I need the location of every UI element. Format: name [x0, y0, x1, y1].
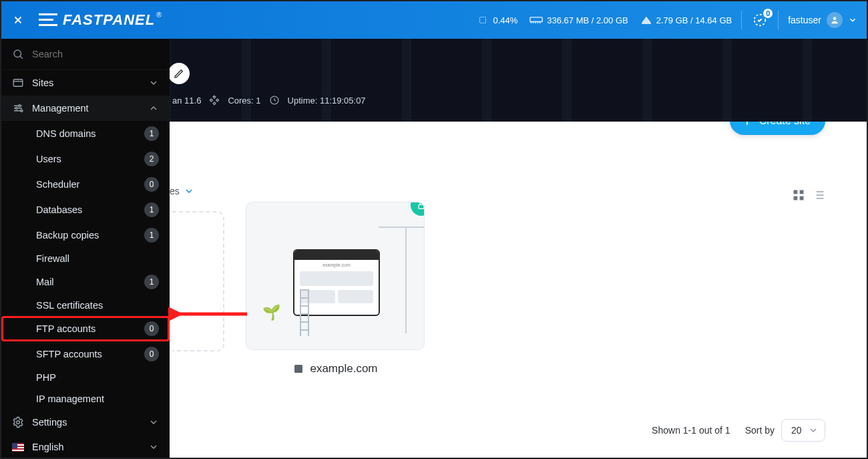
- svg-rect-0: [480, 17, 486, 23]
- ssl-badge: [411, 202, 425, 216]
- sidebar-item-ftp-accounts[interactable]: FTP accounts0: [1, 316, 170, 341]
- svg-point-13: [19, 105, 21, 107]
- shown-text: Shown 1-1 out of 1: [652, 425, 730, 436]
- sidebar-item-users[interactable]: Users2: [1, 146, 170, 172]
- svg-rect-8: [800, 196, 804, 200]
- svg-rect-10: [294, 365, 302, 373]
- user-menu[interactable]: fastuser: [788, 12, 857, 28]
- sidebar-group-management[interactable]: Management: [1, 96, 170, 121]
- list-view-button[interactable]: [812, 188, 825, 204]
- sort-control: Sort by 20: [745, 419, 825, 442]
- notifications-button[interactable]: 0: [751, 11, 769, 29]
- page-size-select[interactable]: 20: [781, 419, 825, 442]
- grid-view-button[interactable]: [792, 188, 805, 204]
- thumb-url: example.com: [294, 263, 379, 267]
- management-label: Management: [32, 103, 89, 114]
- disk-stat[interactable]: 2.79 GB / 14.64 GB: [640, 14, 732, 26]
- lock-icon: [416, 202, 425, 210]
- header-divider: [741, 11, 742, 29]
- uptime-text: Uptime: 11:19:05:07: [288, 96, 366, 106]
- pencil-icon: [174, 68, 184, 79]
- disk-value: 2.79 GB / 14.64 GB: [656, 15, 732, 25]
- sidebar-language[interactable]: English: [1, 435, 170, 459]
- search-input[interactable]: [32, 49, 159, 59]
- sidebar-group-sites[interactable]: Sites: [1, 70, 170, 96]
- registered-mark: ®: [156, 11, 162, 19]
- product-name: FASTPANEL: [63, 11, 155, 29]
- ram-icon: [529, 15, 543, 25]
- chevron-down-icon: [148, 417, 159, 428]
- sidebar-item-count: 1: [144, 228, 159, 243]
- ghost-card: [172, 211, 224, 351]
- ladder-illustration: [300, 289, 309, 336]
- sidebar-item-firewall[interactable]: Firewall: [1, 248, 170, 269]
- svg-point-11: [14, 50, 21, 57]
- earth-icon: [292, 363, 304, 375]
- sidebar-item-label: DNS domains: [36, 128, 95, 139]
- sidebar-item-dns-domains[interactable]: DNS domains1: [1, 121, 170, 146]
- sidebar-search[interactable]: [1, 39, 170, 70]
- sidebar-item-php[interactable]: PHP: [1, 367, 170, 388]
- sidebar-item-count: 0: [144, 321, 159, 336]
- ram-value: 336.67 MB / 2.00 GB: [547, 15, 628, 25]
- annotation-arrow: [168, 307, 248, 321]
- filter-dropdown[interactable]: es: [170, 186, 194, 196]
- svg-rect-12: [13, 80, 23, 87]
- logo-bars-icon: [39, 13, 57, 27]
- sidebar-item-databases[interactable]: Databases1: [1, 197, 170, 222]
- cpu-stat[interactable]: 0.44%: [477, 14, 517, 26]
- sidebar-item-scheduler[interactable]: Scheduler0: [1, 172, 170, 197]
- top-bar: FASTPANEL® 0.44% 336.67 MB / 2.00 GB 2.7…: [1, 1, 867, 39]
- close-sidebar-button[interactable]: [11, 13, 25, 27]
- svg-rect-7: [794, 196, 798, 200]
- chevron-down-icon: [848, 15, 857, 25]
- sliders-icon: [12, 102, 24, 114]
- language-label: English: [32, 442, 64, 452]
- sidebar-item-label: SSL certificates: [36, 300, 103, 311]
- svg-point-16: [17, 421, 20, 424]
- ram-stat[interactable]: 336.67 MB / 2.00 GB: [529, 15, 628, 25]
- sidebar-item-count: 2: [144, 152, 159, 166]
- sites-label: Sites: [32, 78, 53, 88]
- disk-icon: [640, 14, 652, 26]
- cores-text: Cores: 1: [228, 96, 260, 106]
- site-card[interactable]: example.com example.com: [246, 202, 425, 375]
- sidebar-item-ip-management[interactable]: IP management: [1, 388, 170, 410]
- chevron-up-icon: [148, 103, 159, 114]
- cores-icon: [209, 95, 220, 106]
- sidebar: Sites Management DNS domains1Users2Sched…: [1, 39, 170, 458]
- svg-rect-1: [530, 17, 542, 22]
- sidebar-item-label: PHP: [36, 372, 56, 383]
- window-icon: [12, 77, 24, 89]
- chevron-down-icon: [148, 78, 159, 88]
- svg-point-14: [15, 108, 17, 110]
- grid-icon: [792, 188, 805, 202]
- flag-us-icon: [12, 443, 24, 452]
- search-icon: [12, 48, 24, 60]
- sidebar-item-label: FTP accounts: [36, 323, 95, 334]
- sidebar-group-settings[interactable]: Settings: [1, 410, 170, 435]
- sidebar-item-ssl-certificates[interactable]: SSL certificates: [1, 295, 170, 316]
- chevron-down-icon: [184, 186, 194, 196]
- close-icon: [12, 14, 24, 26]
- plant-illustration: [262, 304, 281, 335]
- sidebar-item-label: SFTP accounts: [36, 349, 102, 359]
- management-sublist: DNS domains1Users2Scheduler0Databases1Ba…: [1, 121, 170, 410]
- sidebar-item-label: IP management: [36, 394, 104, 404]
- site-name-row: example.com: [246, 362, 425, 375]
- site-name: example.com: [310, 362, 377, 375]
- sidebar-item-sftp-accounts[interactable]: SFTP accounts0: [1, 341, 170, 367]
- sidebar-item-count: 1: [144, 126, 159, 141]
- header-divider-2: [778, 11, 779, 29]
- sidebar-item-backup-copies[interactable]: Backup copies1: [1, 222, 170, 248]
- sidebar-item-mail[interactable]: Mail1: [1, 269, 170, 295]
- sidebar-item-label: Firewall: [36, 253, 69, 264]
- sidebar-item-label: Mail: [36, 277, 54, 287]
- server-meta: an 11.6 Cores: 1 Uptime: 11:19:05:07: [172, 95, 366, 106]
- edit-server-button[interactable]: [168, 63, 190, 84]
- sidebar-item-count: 0: [144, 177, 159, 192]
- product-logo[interactable]: FASTPANEL®: [39, 11, 162, 29]
- svg-point-15: [21, 110, 23, 112]
- gear-icon: [12, 416, 24, 428]
- view-toggle: [792, 188, 825, 204]
